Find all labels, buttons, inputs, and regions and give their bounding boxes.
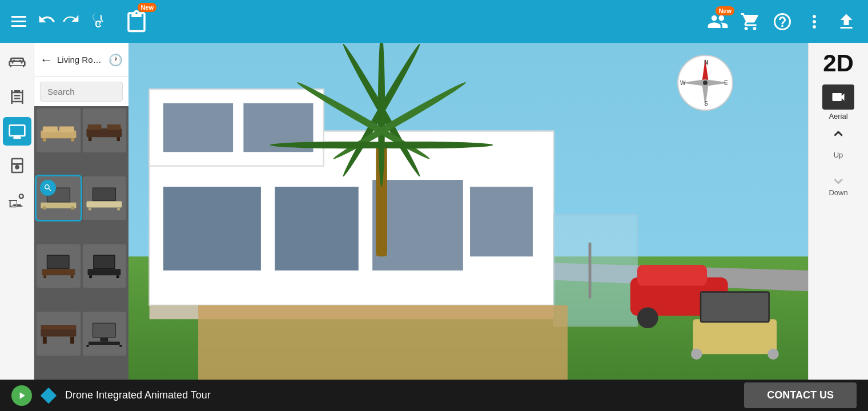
sidebar-item-dining[interactable]	[3, 83, 31, 111]
undo-redo-group	[38, 10, 80, 33]
back-button[interactable]: ←	[40, 53, 53, 67]
aerial-label: Aerial	[829, 112, 847, 120]
svg-text:N: N	[704, 59, 708, 66]
svg-rect-9	[89, 137, 92, 141]
cart-icon[interactable]	[740, 11, 761, 32]
svg-rect-34	[41, 325, 76, 329]
right-panel: 2D Aerial ⌃ Up ⌄ Down	[808, 43, 868, 380]
list-item[interactable]	[83, 176, 127, 220]
svg-rect-40	[120, 345, 122, 346]
search-overlay-icon	[40, 180, 56, 196]
up-label: Up	[834, 151, 843, 159]
scene-background: N S W E	[128, 43, 808, 380]
aerial-camera-icon	[822, 84, 854, 110]
new-feature-button[interactable]: New	[124, 7, 151, 36]
svg-rect-72	[198, 305, 568, 380]
svg-rect-49	[470, 187, 533, 256]
svg-text:E: E	[724, 80, 728, 86]
svg-rect-69	[701, 293, 768, 321]
svg-rect-24	[43, 276, 46, 279]
new-badge: New	[138, 3, 156, 12]
aerial-button[interactable]: Aerial	[819, 81, 858, 124]
svg-rect-67	[693, 319, 777, 354]
bottom-ad-bar: Drone Integrated Animated Tour CONTACT U…	[0, 380, 868, 411]
sidebar-item-kitchen[interactable]	[3, 151, 31, 180]
svg-rect-19	[89, 207, 91, 210]
panel-header: ← Living Room Furni... 🕐	[34, 43, 128, 77]
menu-icon[interactable]	[11, 16, 26, 27]
scene-viewport[interactable]: N S W E	[128, 43, 808, 380]
compass: N S W E	[677, 54, 734, 111]
svg-rect-15	[71, 206, 74, 209]
more-options-icon[interactable]	[804, 11, 825, 32]
svg-rect-38	[89, 342, 120, 345]
sidebar	[0, 43, 34, 380]
svg-rect-50	[163, 103, 233, 152]
sidebar-item-bath[interactable]	[3, 186, 31, 214]
community-new-badge: New	[716, 6, 734, 15]
view-2d-button[interactable]: 2D	[809, 49, 868, 78]
svg-point-60	[270, 142, 424, 148]
svg-rect-5	[71, 138, 74, 142]
community-button[interactable]: New	[707, 11, 729, 33]
svg-point-82	[703, 80, 708, 85]
svg-rect-31	[41, 329, 76, 337]
svg-rect-4	[43, 138, 46, 142]
svg-rect-37	[101, 338, 108, 342]
svg-rect-2	[43, 126, 58, 132]
ad-text: Drone Integrated Animated Tour	[65, 389, 736, 401]
svg-rect-23	[42, 269, 75, 276]
main-area: ← Living Room Furni... 🕐	[0, 43, 868, 380]
svg-rect-25	[71, 276, 74, 279]
search-input[interactable]	[40, 82, 123, 102]
toolbar-left: C New	[11, 7, 151, 36]
furniture-panel: ← Living Room Furni... 🕐	[34, 43, 128, 380]
list-item[interactable]	[37, 108, 81, 152]
down-button[interactable]: ⌄ Down	[826, 164, 850, 199]
svg-rect-30	[116, 276, 119, 279]
svg-text:S: S	[704, 100, 708, 107]
toolbar-right: New	[707, 11, 857, 33]
svg-rect-3	[59, 126, 74, 132]
svg-rect-22	[47, 256, 69, 268]
down-label: Down	[829, 188, 847, 197]
svg-rect-32	[43, 337, 47, 344]
svg-text:W: W	[680, 80, 686, 86]
up-button[interactable]: ⌃ Up	[827, 127, 849, 162]
search-container	[34, 77, 128, 106]
list-item[interactable]	[37, 176, 81, 220]
svg-rect-62	[589, 243, 592, 299]
down-arrow-icon: ⌄	[830, 167, 847, 187]
svg-rect-14	[43, 206, 46, 209]
panel-title: Living Room Furni...	[57, 55, 104, 65]
list-item[interactable]	[83, 312, 127, 356]
svg-rect-29	[90, 276, 93, 279]
help-icon[interactable]	[772, 11, 793, 32]
svg-rect-17	[93, 188, 115, 200]
list-item[interactable]	[83, 244, 127, 288]
svg-rect-8	[107, 124, 121, 130]
sidebar-item-tv-stand[interactable]	[3, 117, 31, 146]
svg-rect-28	[88, 269, 121, 276]
magnet-icon[interactable]: C	[91, 11, 113, 33]
upload-icon[interactable]	[836, 11, 857, 32]
svg-rect-18	[87, 201, 122, 207]
contact-us-button[interactable]: CONTACT US	[744, 382, 857, 408]
list-item[interactable]	[83, 108, 127, 152]
svg-rect-10	[117, 137, 120, 141]
sidebar-item-sofa[interactable]	[3, 49, 31, 77]
svg-rect-7	[88, 124, 102, 130]
list-item[interactable]	[37, 244, 81, 288]
svg-text:C: C	[95, 19, 101, 29]
svg-point-65	[637, 307, 658, 328]
history-button[interactable]: 🕐	[108, 53, 123, 67]
svg-rect-47	[275, 187, 358, 270]
svg-rect-64	[637, 265, 707, 286]
panel-grid	[34, 106, 128, 380]
list-item[interactable]	[37, 312, 81, 356]
undo-button[interactable]	[38, 10, 56, 33]
svg-rect-13	[41, 202, 76, 208]
svg-rect-46	[163, 187, 261, 270]
redo-button[interactable]	[62, 10, 80, 33]
ad-logo	[41, 388, 57, 404]
